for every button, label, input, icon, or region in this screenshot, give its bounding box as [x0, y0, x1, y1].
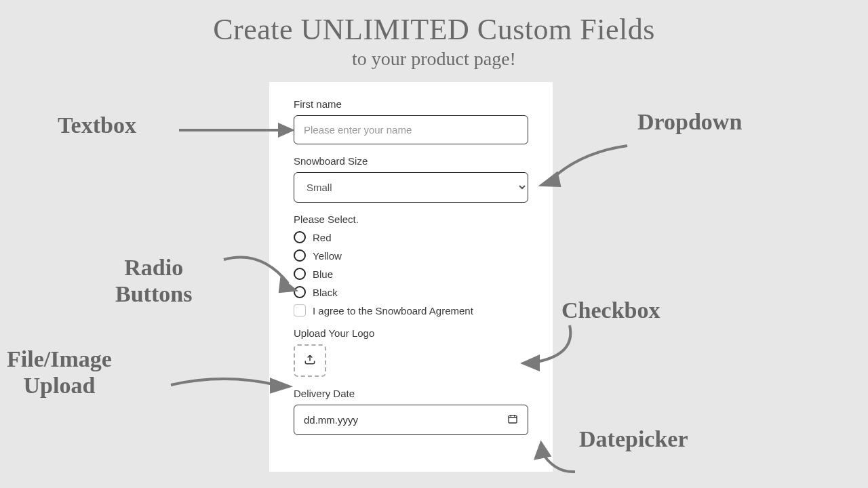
- radio-circle-icon: [294, 231, 306, 243]
- first-name-group: First name: [294, 98, 528, 144]
- first-name-input[interactable]: [294, 115, 528, 144]
- radio-group-label: Please Select.: [294, 214, 528, 225]
- radio-yellow[interactable]: Yellow: [294, 249, 528, 262]
- radio-group: Please Select. Red Yellow Blue Black I a…: [294, 214, 528, 317]
- svg-marker-2: [542, 174, 559, 186]
- annotation-datepicker: Datepicker: [579, 426, 688, 452]
- date-input[interactable]: dd.mm.yyyy: [294, 405, 528, 435]
- size-label: Snowboard Size: [294, 155, 528, 167]
- annotation-upload: File/Image Upload: [7, 346, 112, 399]
- calendar-icon: [507, 413, 518, 426]
- form-panel: First name Snowboard Size Small Please S…: [269, 82, 553, 472]
- radio-red-label: Red: [313, 232, 332, 243]
- size-select[interactable]: Small: [294, 172, 528, 203]
- upload-button[interactable]: [294, 344, 326, 377]
- radio-blue-label: Blue: [313, 268, 333, 280]
- arrow-icon: [539, 142, 648, 190]
- annotation-radio-line1: Radio: [124, 255, 183, 280]
- svg-marker-1: [279, 125, 292, 136]
- arrow-icon: [178, 121, 293, 141]
- radio-black[interactable]: Black: [294, 286, 528, 298]
- upload-icon: [303, 352, 317, 369]
- page-subtitle: to your product page!: [0, 48, 868, 70]
- annotation-dropdown: Dropdown: [637, 108, 742, 135]
- svg-marker-5: [271, 380, 289, 392]
- annotation-radio-line2: Buttons: [115, 281, 192, 306]
- svg-rect-0: [509, 415, 517, 423]
- arrow-icon: [170, 373, 292, 400]
- date-placeholder: dd.mm.yyyy: [304, 414, 358, 426]
- date-group: Delivery Date dd.mm.yyyy: [294, 388, 528, 435]
- annotation-checkbox: Checkbox: [561, 297, 660, 323]
- arrow-icon: [534, 446, 589, 480]
- radio-blue[interactable]: Blue: [294, 268, 528, 280]
- annotation-radio: Radio Buttons: [115, 254, 192, 307]
- radio-black-label: Black: [313, 287, 338, 298]
- agreement-checkbox[interactable]: I agree to the Snowboard Agrement: [294, 304, 528, 317]
- arrow-icon: [522, 325, 590, 373]
- date-label: Delivery Date: [294, 388, 528, 399]
- svg-marker-4: [524, 357, 538, 369]
- radio-yellow-label: Yellow: [313, 250, 342, 262]
- agreement-label: I agree to the Snowboard Agrement: [313, 305, 473, 317]
- upload-group: Upload Your Logo: [294, 327, 528, 377]
- page-title: Create UNLIMITED Custom Fields: [0, 12, 868, 47]
- checkbox-icon: [294, 304, 306, 317]
- first-name-label: First name: [294, 98, 528, 110]
- radio-red[interactable]: Red: [294, 231, 528, 243]
- size-group: Snowboard Size Small: [294, 155, 528, 203]
- annotation-upload-line2: Upload: [24, 373, 96, 398]
- annotation-upload-line1: File/Image: [7, 346, 112, 371]
- annotation-textbox: Textbox: [58, 112, 136, 138]
- arrow-icon: [220, 256, 302, 297]
- svg-marker-6: [536, 443, 549, 458]
- upload-label: Upload Your Logo: [294, 327, 528, 339]
